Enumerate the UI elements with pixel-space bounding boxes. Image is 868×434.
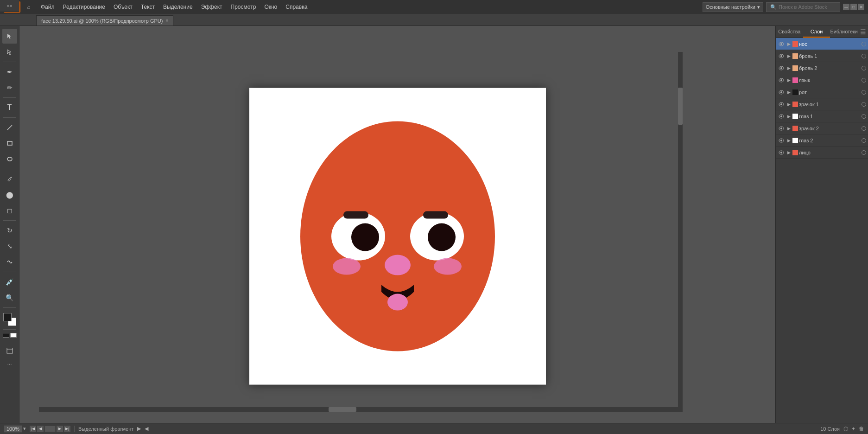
- selection-tool[interactable]: [2, 29, 17, 44]
- warp-tool[interactable]: [2, 255, 17, 269]
- zoom-input[interactable]: 100%: [4, 425, 22, 433]
- vertical-scrollbar[interactable]: [678, 52, 683, 407]
- layer-expand-zrachok1[interactable]: ▶: [786, 102, 792, 107]
- more-tools-button[interactable]: ···: [2, 359, 17, 369]
- zoom-tool[interactable]: 🔍: [2, 290, 17, 305]
- vertical-scroll-thumb[interactable]: [678, 88, 683, 125]
- line-tool[interactable]: [2, 120, 17, 135]
- menu-window[interactable]: Окно: [260, 2, 281, 12]
- rect-tool[interactable]: [2, 136, 17, 151]
- layer-item-zrachok1[interactable]: ▶ зрачок 1: [776, 98, 868, 110]
- first-page-button[interactable]: |◀: [30, 426, 36, 432]
- layer-expand-glaz1[interactable]: ▶: [786, 114, 792, 119]
- last-page-button[interactable]: ▶|: [64, 426, 70, 432]
- layer-target-brov2[interactable]: [862, 66, 866, 70]
- direct-selection-tool[interactable]: [2, 45, 17, 59]
- panel-options-icon[interactable]: ☰: [858, 26, 868, 38]
- blob-brush-tool[interactable]: ⬤: [2, 187, 17, 202]
- normal-mode-btn[interactable]: [3, 333, 9, 338]
- layer-target-zrachok2[interactable]: [862, 126, 866, 131]
- layers-expand-icon[interactable]: ⬡: [843, 426, 848, 432]
- layer-expand-rot[interactable]: ▶: [786, 89, 792, 95]
- pencil-tool[interactable]: ✏: [2, 80, 17, 95]
- tab-properties[interactable]: Свойства: [776, 26, 803, 38]
- layer-expand-zrachok2[interactable]: ▶: [786, 126, 792, 131]
- layer-visibility-brov1[interactable]: [778, 52, 785, 60]
- new-layer-icon[interactable]: +: [852, 426, 855, 432]
- menu-help[interactable]: Справка: [282, 2, 311, 12]
- page-input[interactable]: 1: [44, 426, 56, 432]
- layer-visibility-glaz2[interactable]: [778, 137, 785, 144]
- status-arrow-left[interactable]: ◀: [145, 426, 148, 432]
- canvas-area[interactable]: [19, 26, 775, 423]
- layer-target-nos[interactable]: [862, 42, 866, 46]
- layer-visibility-brov2[interactable]: [778, 64, 785, 72]
- layer-visibility-zrachok1[interactable]: [778, 101, 785, 108]
- menu-edit[interactable]: Редактирование: [59, 2, 109, 12]
- layer-visibility-rot[interactable]: [778, 89, 785, 96]
- layer-item-zrachok2[interactable]: ▶ зрачок 2: [776, 122, 868, 134]
- layer-target-lico[interactable]: [862, 150, 866, 155]
- close-button[interactable]: ✕: [858, 4, 864, 10]
- rotate-tool[interactable]: ↻: [2, 223, 17, 238]
- menu-effect[interactable]: Эффект: [197, 2, 226, 12]
- brush-tool[interactable]: [2, 172, 17, 186]
- layer-expand-glaz2[interactable]: ▶: [786, 138, 792, 143]
- layer-visibility-nos[interactable]: [778, 40, 785, 48]
- ellipse-tool[interactable]: [2, 152, 17, 166]
- collapse-toolbar-button[interactable]: «»: [0, 0, 19, 12]
- layer-expand-brov2[interactable]: ▶: [786, 65, 792, 71]
- layer-visibility-lico[interactable]: [778, 149, 785, 156]
- maximize-button[interactable]: □: [850, 4, 857, 10]
- search-bar[interactable]: 🔍: [766, 2, 840, 12]
- layer-item-brov1[interactable]: ▶ бровь 1: [776, 50, 868, 62]
- delete-layer-icon[interactable]: 🗑: [859, 426, 864, 432]
- layer-item-rot[interactable]: ▶ рот: [776, 86, 868, 98]
- layer-target-yazyk[interactable]: [862, 78, 866, 83]
- eraser-tool[interactable]: ◻: [2, 203, 17, 218]
- layer-target-brov1[interactable]: [862, 54, 866, 58]
- menu-text[interactable]: Текст: [137, 2, 158, 12]
- status-arrow-right[interactable]: ▶: [137, 426, 141, 432]
- layer-item-lico[interactable]: ▶ лицо: [776, 147, 868, 159]
- workspace-dropdown[interactable]: Основные настройки ▾: [703, 2, 763, 12]
- horizontal-scrollbar[interactable]: [39, 407, 683, 412]
- outline-mode-btn[interactable]: [10, 333, 17, 338]
- artboard-tool[interactable]: [2, 344, 17, 358]
- color-boxes[interactable]: [2, 312, 17, 327]
- layer-target-zrachok1[interactable]: [862, 102, 866, 107]
- search-input[interactable]: [779, 4, 834, 10]
- type-tool[interactable]: T: [2, 100, 17, 115]
- home-button[interactable]: ⌂: [23, 1, 34, 13]
- zoom-control[interactable]: 100% ▾: [4, 425, 26, 433]
- layer-visibility-yazyk[interactable]: [778, 77, 785, 84]
- layer-visibility-glaz1[interactable]: [778, 113, 785, 120]
- menu-object[interactable]: Объект: [110, 2, 136, 12]
- next-page-button[interactable]: ▶: [57, 426, 63, 432]
- layer-item-glaz1[interactable]: ▶ глаз 1: [776, 110, 868, 122]
- menu-file[interactable]: Файл: [37, 2, 58, 12]
- tab-libraries[interactable]: Библиотеки: [830, 26, 858, 38]
- scale-tool[interactable]: ⤡: [2, 239, 17, 254]
- layer-expand-yazyk[interactable]: ▶: [786, 77, 792, 83]
- document-tab[interactable]: face 13.29.50.ai @ 100% (RGB/Предпросмот…: [36, 15, 173, 26]
- layer-item-yazyk[interactable]: ▶ язык: [776, 74, 868, 86]
- layer-target-glaz2[interactable]: [862, 138, 866, 143]
- horizontal-scroll-thumb[interactable]: [329, 407, 356, 412]
- layer-expand-nos[interactable]: ▶: [786, 41, 792, 47]
- zoom-dropdown-arrow[interactable]: ▾: [23, 426, 26, 432]
- menu-select[interactable]: Выделение: [159, 2, 196, 12]
- layer-expand-brov1[interactable]: ▶: [786, 53, 792, 59]
- layer-item-brov2[interactable]: ▶ бровь 2: [776, 62, 868, 74]
- foreground-color[interactable]: [3, 313, 12, 321]
- tab-close-icon[interactable]: ×: [165, 18, 168, 23]
- layer-target-rot[interactable]: [862, 90, 866, 95]
- eyedropper-tool[interactable]: 💉: [2, 274, 17, 289]
- pen-tool[interactable]: ✒: [2, 64, 17, 79]
- prev-page-button[interactable]: ◀: [37, 426, 44, 432]
- layer-expand-lico[interactable]: ▶: [786, 150, 792, 155]
- layer-item-glaz2[interactable]: ▶ глаз 2: [776, 134, 868, 147]
- tab-layers[interactable]: Слои: [803, 26, 830, 38]
- layer-item-nos[interactable]: ▶ нос: [776, 38, 868, 50]
- layer-visibility-zrachok2[interactable]: [778, 125, 785, 132]
